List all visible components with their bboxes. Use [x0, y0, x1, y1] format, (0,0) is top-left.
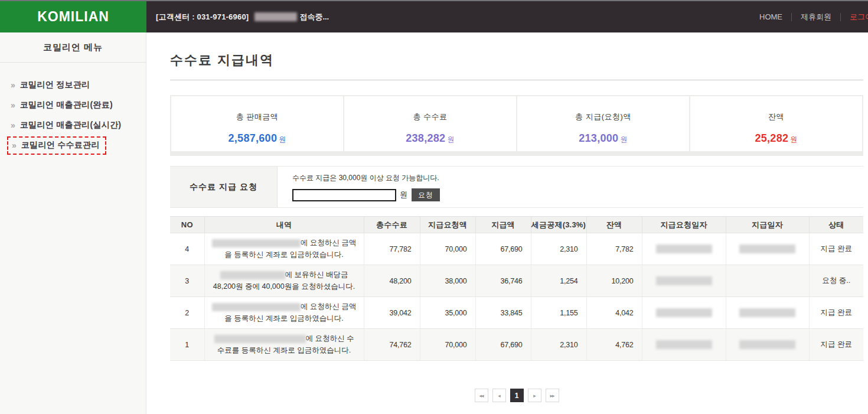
table-row: 3 에 보유하신 배당금 48,200원 중에 40,000원을 요청하셨습니다… [170, 265, 863, 297]
cell-total-fee: 77,782 [364, 233, 420, 265]
cell-status: 지급 완료 [809, 329, 863, 361]
col-header-no: NO [170, 217, 204, 233]
cell-status: 지급 완료 [809, 233, 863, 265]
top-nav: HOME 제휴회원 로그아웃 [750, 1, 868, 32]
cell-tax: 1,254 [531, 265, 586, 297]
cell-paid: 67,690 [475, 329, 531, 361]
fee-history-table: NO 내역 총수수료 지급요청액 지급액 세금공제(3.3%) 잔액 지급요청일… [170, 216, 863, 361]
currency-unit: 원 [447, 135, 454, 144]
summary-strip: 총 판매금액 2,587,600원 총 수수료 238,282원 총 지급(요청… [170, 95, 863, 156]
cell-status: 요청 중.. [809, 265, 863, 297]
summary-card-label: 총 지급(요청)액 [575, 112, 631, 122]
sidebar-item-sales-complete[interactable]: » 코밀리언 매출관리(완료) [0, 95, 146, 115]
summary-card-label: 총 수수료 [413, 112, 447, 122]
table-row: 1 에 요청하신 수수료를 등록하신 계좌로 입금하였습니다. 74,762 7… [170, 329, 863, 361]
pagination-next-button[interactable]: ▸ [528, 389, 541, 402]
fee-amount-input[interactable] [292, 189, 396, 201]
main-content: 수수료 지급내역 총 판매금액 2,587,600원 총 수수료 238,282… [146, 32, 868, 414]
user-name-redacted [254, 12, 297, 21]
col-header-balance: 잔액 [586, 217, 642, 233]
redacted-text [212, 239, 301, 247]
summary-card-balance: 잔액 25,282원 [690, 96, 862, 151]
cell-pay-date [726, 233, 809, 265]
redacted-date [739, 308, 795, 317]
brand-logo-text: KOMILIAN [37, 9, 109, 25]
cell-total-fee: 74,762 [364, 329, 420, 361]
sidebar-item-info-mgmt[interactable]: » 코밀리언 정보관리 [0, 75, 146, 95]
currency-unit: 원 [279, 135, 286, 144]
summary-card-label: 총 판매금액 [236, 112, 279, 122]
app-header: KOMILIAN [고객센터 : 031-971-6960] 접속중... HO… [0, 1, 868, 32]
cell-tax: 1,155 [531, 297, 586, 329]
redacted-date [656, 276, 712, 285]
cell-requested: 38,000 [420, 265, 475, 297]
connection-status-text: 접속중... [299, 12, 329, 22]
sidebar-item-label: 코밀리언 수수료관리 [21, 140, 100, 151]
col-header-pay-date: 지급일자 [726, 217, 809, 233]
redacted-date [656, 308, 712, 317]
col-header-desc: 내역 [204, 217, 364, 233]
cell-desc: 에 요청하신 수수료를 등록하신 계좌로 입금하였습니다. [204, 329, 364, 361]
cell-no: 2 [170, 297, 204, 329]
cell-requested: 70,000 [420, 233, 475, 265]
cell-pay-date [726, 297, 809, 329]
double-chevron-icon: » [11, 100, 15, 110]
brand-logo[interactable]: KOMILIAN [0, 1, 146, 32]
redacted-text [220, 271, 285, 279]
cell-pay-date [726, 265, 809, 297]
pagination-page-1[interactable]: 1 [510, 389, 524, 402]
fee-request-body: 수수료 지급은 30,000원 이상 요청 가능합니다. 원 요청 [278, 167, 863, 207]
fee-request-form: 원 요청 [292, 188, 863, 201]
currency-unit: 원 [620, 135, 627, 144]
pagination-last-button[interactable]: ▸▸ [546, 389, 559, 402]
currency-unit: 원 [400, 190, 407, 200]
redacted-text [212, 303, 301, 311]
cell-no: 4 [170, 233, 204, 265]
double-chevron-icon: » [11, 80, 15, 90]
sidebar-title: 코밀리언 메뉴 [0, 32, 146, 63]
table-header-row: NO 내역 총수수료 지급요청액 지급액 세금공제(3.3%) 잔액 지급요청일… [170, 217, 863, 233]
summary-card-total-paid: 총 지급(요청)액 213,000원 [517, 96, 689, 151]
pagination-prev-button[interactable]: ◂ [492, 389, 506, 402]
fee-request-notice: 수수료 지급은 30,000원 이상 요청 가능합니다. [292, 173, 863, 183]
sidebar-item-fee-mgmt[interactable]: » 코밀리언 수수료관리 [0, 135, 146, 155]
cell-request-date [642, 329, 726, 361]
cell-request-date [642, 265, 726, 297]
summary-card-value: 238,282원 [406, 132, 454, 145]
cell-balance: 7,782 [586, 233, 642, 265]
nav-home-link[interactable]: HOME [750, 12, 791, 21]
fee-request-section: 수수료 지급 요청 수수료 지급은 30,000원 이상 요청 가능합니다. 원… [170, 166, 863, 208]
fee-request-label: 수수료 지급 요청 [170, 167, 278, 207]
pagination-first-button[interactable]: ◂◂ [475, 389, 488, 402]
cell-paid: 36,746 [475, 265, 531, 297]
cell-desc: 에 요청하신 금액을 등록하신 계좌로 입금하였습니다. [204, 233, 364, 265]
cell-total-fee: 39,042 [364, 297, 420, 329]
nav-logout-link[interactable]: 로그아웃 [841, 12, 868, 22]
title-divider [170, 80, 863, 80]
summary-card-value: 2,587,600원 [228, 132, 286, 145]
pagination: ◂◂ ◂ 1 ▸ ▸▸ [170, 389, 863, 402]
cell-balance: 10,200 [586, 265, 642, 297]
table-row: 4 에 요청하신 금액을 등록하신 계좌로 입금하였습니다. 77,782 70… [170, 233, 863, 265]
cell-paid: 67,690 [475, 233, 531, 265]
redacted-date [739, 245, 795, 253]
cell-tax: 2,310 [531, 329, 586, 361]
nav-partner-link[interactable]: 제휴회원 [792, 12, 840, 22]
customer-center-label: [고객센터 : 031-971-6960] [156, 12, 249, 22]
fee-request-button[interactable]: 요청 [412, 188, 440, 201]
cell-pay-date [726, 329, 809, 361]
summary-card-total-sales: 총 판매금액 2,587,600원 [171, 96, 343, 151]
sidebar-item-sales-realtime[interactable]: » 코밀리언 매출관리(실시간) [0, 115, 146, 135]
cell-no: 3 [170, 265, 204, 297]
sidebar-item-label: 코밀리언 매출관리(완료) [20, 100, 113, 110]
summary-card-label: 잔액 [768, 112, 784, 122]
page-title: 수수료 지급내역 [170, 52, 863, 69]
col-header-total-fee: 총수수료 [364, 217, 420, 233]
summary-card-value: 213,000원 [579, 132, 627, 145]
cell-total-fee: 48,200 [364, 265, 420, 297]
cell-desc: 에 요청하신 금액을 등록하신 계좌로 입금하였습니다. [204, 297, 364, 329]
cell-requested: 70,000 [420, 329, 475, 361]
col-header-tax: 세금공제(3.3%) [531, 217, 586, 233]
cell-paid: 33,845 [475, 297, 531, 329]
cell-balance: 4,762 [586, 329, 642, 361]
